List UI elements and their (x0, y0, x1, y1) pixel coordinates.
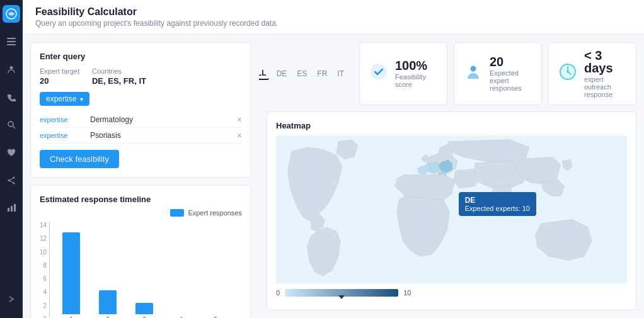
stat-card-1: 20 Expected expert responses (454, 42, 542, 105)
filter-label-0: expertise (40, 116, 84, 123)
expert-target-field: Expert target 20 (40, 67, 79, 86)
timeline-card: Estimated response timeline Expert respo… (30, 185, 251, 318)
svg-rect-1 (7, 38, 16, 39)
chart-legend: Expert responses (40, 209, 242, 217)
sidebar-chart-icon[interactable] (3, 199, 20, 217)
bar-group-3: 4 (163, 314, 199, 318)
bar-group-4: 5+ (199, 314, 236, 318)
svg-rect-3 (7, 44, 16, 45)
gradient-marker (338, 295, 345, 299)
filters-container: expertise Dermatology × expertise Psoria… (40, 112, 242, 144)
sidebar-heart-icon[interactable] (3, 144, 20, 161)
heatmap-title: Heatmap (276, 121, 627, 130)
header: Feasibility Calculator Query an upcoming… (23, 0, 644, 35)
countries-field: Countries DE, ES, FR, IT (92, 67, 146, 86)
svg-point-4 (10, 66, 13, 69)
top-bar: ALLDEESFRIT 100% Feasibility score 20 Ex… (267, 42, 636, 105)
sidebar (0, 0, 23, 318)
app-title: Feasibility Calculator (35, 6, 631, 18)
country-tab-it[interactable]: IT (335, 68, 347, 79)
svg-line-11 (9, 181, 13, 183)
stat-label-1: Expected expert responses (490, 69, 531, 92)
filter-remove-0[interactable]: × (237, 115, 242, 125)
legend-label: Expert responses (188, 209, 242, 217)
country-tab-all[interactable]: ALL (259, 67, 269, 80)
sidebar-menu-icon[interactable] (3, 33, 20, 50)
svg-rect-12 (8, 208, 9, 212)
legend-max: 10 (403, 289, 411, 297)
y-label: 4 (40, 288, 47, 295)
countries-label: Countries (92, 67, 146, 75)
svg-point-5 (8, 122, 13, 127)
sidebar-share-icon[interactable] (3, 171, 20, 189)
y-label: 2 (40, 302, 47, 309)
bar-1 (99, 290, 117, 314)
app-logo (3, 5, 20, 23)
filter-value-0: Dermatology (90, 115, 231, 124)
stat-value-0: 100% (395, 59, 437, 72)
bar-chart: 14121086420 12345+ Days elapsed since in… (40, 222, 242, 318)
app-subtitle: Query an upcoming project's feasibility … (35, 19, 631, 28)
svg-line-6 (13, 126, 15, 128)
svg-line-10 (9, 178, 13, 180)
bar-2 (135, 303, 153, 314)
y-label: 6 (40, 275, 47, 282)
left-panel: Enter query Expert target 20 Countries D… (23, 35, 259, 318)
check-feasibility-button-wrapper: Check feasibility (40, 144, 242, 168)
country-tab-fr[interactable]: FR (314, 68, 330, 79)
svg-rect-2 (7, 41, 16, 42)
world-map (276, 135, 627, 284)
stat-cards: 100% Feasibility score 20 Expected exper… (359, 42, 636, 105)
country-tab-es[interactable]: ES (294, 68, 309, 79)
filter-label-1: expertise (40, 132, 84, 139)
gradient-bar (285, 289, 398, 297)
legend-color-box (170, 209, 184, 217)
svg-rect-14 (14, 204, 16, 212)
y-label: 12 (40, 235, 47, 242)
sidebar-phone-icon[interactable] (3, 88, 20, 106)
y-label: 0 (40, 315, 47, 318)
country-tabs: ALLDEESFRIT (259, 67, 347, 80)
filter-remove-1[interactable]: × (237, 130, 242, 140)
query-card: Enter query Expert target 20 Countries D… (30, 42, 251, 178)
check-feasibility-button[interactable]: Check feasibility (40, 150, 119, 168)
y-label: 8 (40, 262, 47, 269)
right-panel: ALLDEESFRIT 100% Feasibility score 20 Ex… (259, 35, 644, 318)
sidebar-search-icon[interactable] (3, 116, 20, 133)
filter-row-1: expertise Psoriasis × (40, 128, 242, 144)
stat-card-2: < 3 days expert outreach response (548, 42, 636, 105)
stat-label-0: Feasibility score (395, 73, 437, 88)
filter-value-1: Psoriasis (90, 131, 231, 140)
bar-group-2: 3 (126, 303, 163, 318)
map-container: DE Expected experts: 10 (276, 135, 627, 284)
timeline-title: Estimated response timeline (40, 195, 242, 204)
stat-value-1: 20 (490, 55, 531, 68)
legend-min: 0 (276, 289, 280, 297)
countries-value: DE, ES, FR, IT (92, 76, 146, 86)
expertise-dropdown-button[interactable]: expertise (40, 92, 89, 106)
y-label: 10 (40, 249, 47, 256)
sidebar-user-icon[interactable] (3, 60, 20, 78)
expert-target-label: Expert target (40, 67, 79, 75)
stat-icon-0 (370, 63, 388, 84)
stat-icon-1 (464, 63, 482, 84)
chart-inner: 12345+ (49, 222, 242, 318)
expert-target-value: 20 (40, 76, 79, 86)
content-area: Enter query Expert target 20 Countries D… (23, 35, 644, 318)
main-area: Feasibility Calculator Query an upcoming… (23, 0, 644, 318)
bar-group-0: 1 (53, 232, 89, 318)
stat-card-0: 100% Feasibility score (359, 42, 447, 105)
stat-label-2: expert outreach response (584, 76, 626, 98)
sidebar-arrow-icon[interactable] (3, 290, 20, 308)
country-tab-de[interactable]: DE (274, 68, 290, 79)
y-label: 14 (40, 222, 47, 229)
bar-0 (62, 232, 80, 314)
y-axis: 14121086420 (40, 222, 49, 318)
bar-group-1: 2 (89, 290, 126, 318)
svg-rect-13 (11, 206, 13, 212)
query-title: Enter query (40, 52, 242, 61)
heatmap-card: Heatmap (267, 111, 636, 310)
map-legend-bar: 0 10 (276, 289, 627, 297)
stat-icon-2 (559, 63, 577, 84)
svg-point-15 (371, 64, 387, 80)
